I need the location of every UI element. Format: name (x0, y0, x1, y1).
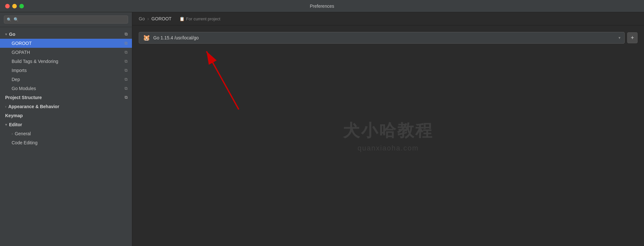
sidebar-item-imports[interactable]: Imports ⧉ (0, 66, 132, 75)
title-bar: Preferences (0, 0, 644, 12)
chevron-down-icon: ▾ (619, 36, 620, 40)
sidebar-item-keymap[interactable]: Keymap (0, 111, 132, 120)
maximize-button[interactable] (19, 4, 24, 8)
search-input[interactable] (14, 17, 125, 22)
sdk-selector-row: 🐹 Go 1.15.4 /usr/local/go ▾ + (139, 32, 638, 44)
sidebar-item-go[interactable]: ▾ Go ⧉ (0, 30, 132, 39)
sidebar-item-goroot-label: GOROOT (12, 41, 32, 46)
sidebar-item-imports-label: Imports (12, 68, 27, 73)
sidebar-item-goroot[interactable]: GOROOT ⧉ (0, 39, 132, 48)
sidebar: 🔍 ▾ Go ⧉ GOROOT ⧉ GOPATH ⧉ (0, 12, 132, 246)
main-container: 🔍 ▾ Go ⧉ GOROOT ⧉ GOPATH ⧉ (0, 12, 644, 246)
copy-icon: ⧉ (125, 32, 127, 37)
copy-icon: ⧉ (125, 77, 127, 82)
watermark-en-text: quanxiaoha.com (343, 144, 433, 152)
sidebar-item-appearance[interactable]: › Appearance & Behavior (0, 102, 132, 111)
watermark-cn-text: 犬小哈教程 (343, 119, 433, 142)
sidebar-item-code-editing[interactable]: Code Editing (0, 138, 132, 147)
copy-icon: ⧉ (125, 41, 127, 46)
sidebar-item-keymap-label: Keymap (5, 113, 23, 118)
go-gopher-icon: 🐹 (143, 34, 150, 41)
sidebar-item-code-editing-label: Code Editing (12, 140, 37, 145)
chevron-right-icon: › (5, 105, 6, 108)
sidebar-item-dep-label: Dep (12, 77, 20, 82)
copy-icon: ⧉ (125, 86, 127, 91)
sidebar-item-appearance-label: Appearance & Behavior (8, 104, 59, 109)
search-bar: 🔍 (0, 12, 132, 27)
project-icon: 📋 (179, 16, 185, 21)
arrow-annotation (197, 45, 248, 117)
chevron-right-icon: › (12, 132, 13, 136)
sidebar-item-gopath[interactable]: GOPATH ⧉ (0, 48, 132, 57)
window-controls (5, 4, 24, 8)
copy-icon: ⧉ (125, 68, 127, 73)
svg-line-1 (206, 51, 239, 109)
breadcrumb-parent[interactable]: Go (139, 16, 145, 21)
close-button[interactable] (5, 4, 10, 8)
sdk-label: Go 1.15.4 /usr/local/go (153, 35, 615, 40)
search-wrapper[interactable]: 🔍 (4, 15, 128, 24)
sidebar-item-editor-label: Editor (9, 122, 22, 127)
add-icon: + (631, 35, 634, 41)
copy-icon: ⧉ (125, 95, 127, 100)
chevron-down-icon: ▾ (5, 123, 7, 127)
project-label: For current project (186, 16, 220, 21)
add-sdk-button[interactable]: + (627, 32, 638, 43)
content-body: 🐹 Go 1.15.4 /usr/local/go ▾ + (132, 26, 644, 246)
sidebar-item-gopath-label: GOPATH (12, 50, 30, 55)
minimize-button[interactable] (12, 4, 17, 8)
sidebar-item-project-structure-label: Project Structure (5, 95, 42, 100)
sidebar-nav: ▾ Go ⧉ GOROOT ⧉ GOPATH ⧉ Build Tags & Ve… (0, 27, 132, 246)
copy-icon: ⧉ (125, 59, 127, 64)
chevron-down-icon: ▾ (5, 32, 7, 36)
search-icon: 🔍 (7, 17, 12, 22)
sidebar-item-project-structure[interactable]: Project Structure ⧉ (0, 93, 132, 102)
copy-icon: ⧉ (125, 50, 127, 55)
sidebar-item-build-tags-label: Build Tags & Vendoring (12, 59, 58, 64)
sdk-dropdown[interactable]: 🐹 Go 1.15.4 /usr/local/go ▾ (139, 32, 625, 44)
sidebar-item-general-label: General (15, 131, 31, 136)
sidebar-item-go-label: Go (9, 32, 15, 37)
watermark: 犬小哈教程 quanxiaoha.com (343, 119, 433, 152)
sidebar-item-editor[interactable]: ▾ Editor (0, 120, 132, 129)
sidebar-item-go-modules-label: Go Modules (12, 86, 36, 91)
breadcrumb-separator: › (147, 16, 149, 21)
content-area: Go › GOROOT 📋 For current project 🐹 Go 1… (132, 12, 644, 246)
sidebar-item-general[interactable]: › General (0, 129, 132, 138)
breadcrumb-current: GOROOT (151, 16, 171, 21)
breadcrumb-bar: Go › GOROOT 📋 For current project (132, 12, 644, 26)
breadcrumb-project: 📋 For current project (179, 16, 220, 21)
sidebar-item-go-modules[interactable]: Go Modules ⧉ (0, 84, 132, 93)
sidebar-item-build-tags[interactable]: Build Tags & Vendoring ⧉ (0, 57, 132, 66)
window-title: Preferences (310, 4, 334, 9)
sidebar-item-dep[interactable]: Dep ⧉ (0, 75, 132, 84)
